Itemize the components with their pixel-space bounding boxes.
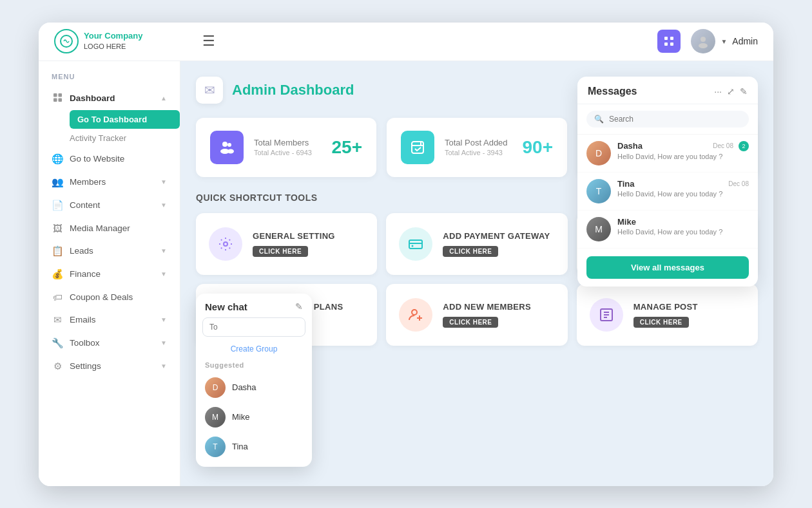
new-chat-header: New chat ✎: [196, 294, 312, 317]
nc-mike-name: Mike: [232, 412, 249, 422]
nc-mike-avatar: M: [205, 407, 226, 428]
svg-point-14: [227, 149, 234, 153]
sidebar-item-media-manager[interactable]: 🖼 Media Manager: [39, 217, 180, 240]
tina-msg-text: Hello David, How are you today ?: [617, 190, 749, 198]
user-area[interactable]: ▼ Admin: [691, 29, 758, 53]
messages-search: 🔍: [577, 104, 758, 135]
sidebar-item-dashboard[interactable]: Dashboard ▲: [39, 87, 180, 110]
new-chat-to-input[interactable]: [202, 317, 305, 337]
add-new-members-btn[interactable]: CLICK HERE: [443, 317, 498, 328]
leads-icon: 📋: [52, 245, 63, 257]
messages-search-input[interactable]: [609, 115, 741, 124]
dashboard-label: Dashboard: [70, 93, 154, 103]
sidebar-sub-go-to-dashboard[interactable]: Go To Dashboard: [70, 110, 180, 129]
stat-posts-icon: [401, 131, 434, 164]
messages-edit-icon[interactable]: ✎: [740, 86, 748, 97]
messages-footer: View all messages: [577, 249, 758, 287]
shortcut-add-new-members[interactable]: ADD NEW MEMBERS CLICK HERE: [386, 284, 567, 346]
hamburger-icon[interactable]: ☰: [202, 33, 215, 50]
shortcut-manage-post[interactable]: MANAGE POST CLICK HERE: [577, 284, 758, 346]
dasha-msg-top: Dasha Dec 08 2: [617, 141, 749, 151]
logo-icon: [54, 29, 79, 53]
tina-avatar: T: [586, 179, 611, 203]
toolbox-label: Toolbox: [70, 338, 154, 348]
svg-rect-10: [58, 98, 62, 102]
user-dropdown-chevron: ▼: [720, 38, 727, 45]
view-all-messages-button[interactable]: View all messages: [586, 256, 749, 279]
messages-expand-icon[interactable]: ⤢: [727, 86, 735, 97]
sidebar-item-content[interactable]: 📄 Content ▼: [39, 194, 180, 217]
dasha-msg-text: Hello David, How are you today ?: [617, 153, 749, 160]
shortcut-add-payment-gateway[interactable]: ADD PAYMENT GATEWAY CLICK HERE: [386, 213, 567, 275]
nc-tina-avatar: T: [205, 437, 226, 457]
stat-members-label: Total Members: [254, 138, 322, 147]
page-header-icon: ✉: [196, 77, 223, 104]
content-area: ✉ Admin Dashboard Total Members Total Ac…: [180, 61, 773, 486]
stat-posts-sub: Total Active - 3943: [445, 149, 512, 156]
message-item-mike[interactable]: M Mike Hello David, How are you today ?: [577, 211, 758, 249]
logo-text: Your Company LOGO HERE: [84, 31, 143, 51]
sidebar-sub-activity-tracker[interactable]: Activity Tracker: [70, 129, 180, 147]
new-chat-title: New chat: [205, 301, 247, 312]
sidebar-item-toolbox[interactable]: 🔧 Toolbox ▼: [39, 332, 180, 355]
manage-post-btn[interactable]: CLICK HERE: [633, 317, 689, 328]
messages-title: Messages: [588, 86, 714, 97]
grid-apps-icon[interactable]: [657, 30, 681, 53]
leads-arrow: ▼: [160, 247, 167, 254]
sidebar-item-finance[interactable]: 💰 Finance ▼: [39, 263, 180, 286]
content-arrow: ▼: [160, 202, 167, 209]
sidebar-item-settings[interactable]: ⚙ Settings ▼: [39, 355, 180, 378]
messages-panel: Messages ··· ⤢ ✎ 🔍 D: [577, 77, 758, 287]
create-group-button[interactable]: Create Group: [196, 342, 312, 359]
user-avatar: [691, 29, 715, 53]
manage-post-info: MANAGE POST CLICK HERE: [633, 302, 698, 328]
finance-icon: 💰: [52, 268, 63, 280]
suggested-person-mike[interactable]: M Mike: [196, 402, 312, 432]
dashboard-arrow: ▲: [160, 95, 167, 102]
svg-point-6: [699, 43, 708, 48]
dashboard-icon: [52, 93, 63, 104]
messages-actions: ··· ⤢ ✎: [714, 86, 748, 97]
finance-label: Finance: [70, 269, 154, 279]
sidebar-item-coupon-deals[interactable]: 🏷 Coupon & Deals: [39, 286, 180, 308]
top-right: ▼ Admin: [657, 29, 758, 53]
dasha-name: Dasha: [617, 141, 643, 151]
messages-more-icon[interactable]: ···: [714, 86, 722, 97]
media-icon: 🖼: [52, 223, 63, 234]
nc-dasha-avatar: D: [205, 377, 226, 398]
toolbox-icon: 🔧: [52, 337, 63, 349]
emails-arrow: ▼: [160, 316, 167, 323]
message-item-tina[interactable]: T Tina Dec 08 Hello David, How are you t…: [577, 173, 758, 211]
svg-rect-22: [409, 240, 422, 249]
add-new-members-icon: [399, 298, 432, 332]
company-name: Your Company: [84, 31, 143, 41]
svg-point-21: [224, 242, 227, 246]
payment-gateway-info: ADD PAYMENT GATEWAY CLICK HERE: [443, 231, 550, 257]
emails-label: Emails: [70, 315, 154, 325]
svg-point-24: [412, 245, 414, 247]
stat-members-value: 25+: [332, 137, 363, 158]
nc-tina-name: Tina: [232, 442, 248, 451]
content-label: Content: [70, 200, 154, 210]
sidebar-item-leads[interactable]: 📋 Leads ▼: [39, 240, 180, 263]
shortcut-general-setting[interactable]: GENERAL SETTING CLICK HERE: [196, 213, 377, 275]
suggested-person-tina[interactable]: T Tina: [196, 432, 312, 462]
svg-point-12: [227, 143, 231, 147]
sidebar-item-go-to-website[interactable]: 🌐 Go to Website: [39, 147, 180, 171]
browser-frame: Your Company LOGO HERE ☰ ▼ A: [39, 23, 773, 486]
logo-area: Your Company LOGO HERE: [54, 29, 196, 53]
tina-name: Tina: [617, 179, 635, 189]
message-item-dasha[interactable]: D Dasha Dec 08 2 Hello David, How are yo…: [577, 135, 758, 173]
suggested-label: Suggested: [196, 359, 312, 373]
sidebar-item-members[interactable]: 👥 Members ▼: [39, 171, 180, 194]
sidebar-item-emails[interactable]: ✉ Emails ▼: [39, 308, 180, 332]
payment-gateway-btn[interactable]: CLICK HERE: [443, 246, 498, 257]
mike-message-content: Mike Hello David, How are you today ?: [617, 217, 749, 236]
svg-rect-2: [670, 37, 673, 40]
general-setting-btn[interactable]: CLICK HERE: [253, 246, 308, 257]
suggested-person-dasha[interactable]: D Dasha: [196, 373, 312, 402]
new-chat-edit-icon[interactable]: ✎: [295, 301, 303, 312]
svg-rect-1: [664, 37, 668, 40]
tina-message-content: Tina Dec 08 Hello David, How are you tod…: [617, 179, 749, 198]
svg-point-5: [701, 37, 706, 42]
